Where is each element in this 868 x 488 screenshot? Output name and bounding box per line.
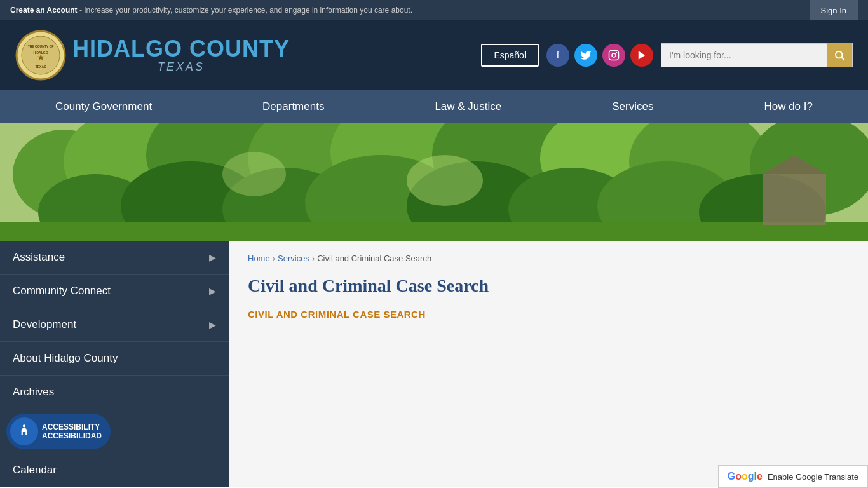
- sign-in-button[interactable]: Sign In: [810, 0, 858, 20]
- hero-image: [0, 123, 868, 241]
- svg-point-34: [222, 152, 286, 196]
- site-header: THE COUNTY OF HIDALGO TEXAS ★ HIDALGO CO…: [0, 20, 868, 90]
- logo-state-name: TEXAS: [72, 60, 290, 74]
- hero-banner: [0, 123, 868, 241]
- search-bar: [661, 43, 853, 67]
- google-g-icon: Google: [728, 471, 763, 482]
- sidebar-arrow-development: ▶: [209, 320, 216, 330]
- header-right: Español f: [481, 43, 853, 67]
- sidebar-item-archives[interactable]: Archives: [0, 376, 229, 409]
- content-area: Home › Services › Civil and Criminal Cas…: [229, 241, 868, 487]
- create-account-link[interactable]: Create an Account: [10, 6, 78, 15]
- breadcrumb-services[interactable]: Services: [278, 254, 309, 263]
- logo-text-area: HIDALGO COUNTY TEXAS: [72, 37, 290, 74]
- breadcrumb-sep-2: ›: [312, 254, 315, 263]
- breadcrumb-current: Civil and Criminal Case Search: [317, 254, 431, 263]
- accessibility-text: ACCESSIBILITY ACCESIBILIDAD: [42, 423, 102, 441]
- breadcrumb-sep-1: ›: [273, 254, 275, 263]
- case-search-link[interactable]: CIVIL AND CRIMINAL CASE SEARCH: [248, 309, 426, 320]
- sidebar-item-calendar[interactable]: Calendar: [0, 454, 229, 487]
- nav-law-justice[interactable]: Law & Justice: [422, 90, 514, 123]
- youtube-icon[interactable]: [630, 44, 653, 67]
- nav-county-government[interactable]: County Government: [43, 90, 165, 123]
- svg-rect-6: [609, 51, 619, 60]
- sidebar: Assistance ▶ Community Connect ▶ Develop…: [0, 241, 229, 487]
- search-button[interactable]: [827, 43, 852, 67]
- logo-county-name: HIDALGO COUNTY: [72, 37, 290, 60]
- google-translate-bar[interactable]: Google Enable Google Translate: [718, 465, 868, 488]
- sidebar-arrow-community-connect: ▶: [209, 286, 216, 296]
- svg-point-35: [23, 424, 25, 427]
- county-seal: THE COUNTY OF HIDALGO TEXAS ★: [15, 30, 66, 81]
- facebook-icon[interactable]: f: [546, 44, 569, 67]
- svg-text:★: ★: [37, 52, 45, 62]
- top-bar-message: Create an Account - Increase your produc…: [10, 6, 412, 15]
- svg-rect-31: [763, 174, 826, 225]
- svg-line-11: [841, 57, 844, 60]
- svg-marker-9: [639, 51, 646, 60]
- sidebar-arrow-assistance: ▶: [209, 252, 216, 262]
- svg-point-7: [612, 53, 616, 57]
- svg-point-33: [407, 155, 483, 206]
- page-title: Civil and Criminal Case Search: [248, 276, 849, 296]
- sidebar-item-about-hidalgo[interactable]: About Hidalgo County: [0, 342, 229, 376]
- sidebar-item-development[interactable]: Development ▶: [0, 308, 229, 342]
- espanol-button[interactable]: Español: [481, 44, 539, 67]
- main-layout: Assistance ▶ Community Connect ▶ Develop…: [0, 241, 868, 487]
- nav-how-do-i[interactable]: How do I?: [751, 90, 825, 123]
- nav-services[interactable]: Services: [599, 90, 666, 123]
- topbar-message-text: - Increase your productivity, customize …: [78, 6, 412, 15]
- nav-departments[interactable]: Departments: [250, 90, 337, 123]
- sidebar-item-assistance[interactable]: Assistance ▶: [0, 241, 229, 274]
- svg-point-10: [836, 51, 843, 58]
- instagram-icon[interactable]: [602, 44, 625, 67]
- site-logo[interactable]: THE COUNTY OF HIDALGO TEXAS ★ HIDALGO CO…: [15, 30, 290, 81]
- accessibility-badge[interactable]: ACCESSIBILITY ACCESIBILIDAD: [6, 414, 111, 449]
- google-translate-label: Enable Google Translate: [768, 472, 858, 482]
- breadcrumb-home[interactable]: Home: [248, 254, 270, 263]
- social-icons-group: f: [546, 44, 653, 67]
- svg-text:THE COUNTY OF: THE COUNTY OF: [28, 44, 54, 48]
- accessibility-icon: [10, 417, 38, 445]
- breadcrumb: Home › Services › Civil and Criminal Cas…: [248, 254, 849, 263]
- svg-rect-30: [0, 222, 868, 241]
- top-bar: Create an Account - Increase your produc…: [0, 0, 868, 20]
- svg-point-8: [616, 52, 617, 53]
- svg-text:TEXAS: TEXAS: [36, 65, 46, 69]
- sidebar-item-community-connect[interactable]: Community Connect ▶: [0, 274, 229, 308]
- search-input[interactable]: [661, 45, 827, 65]
- twitter-icon[interactable]: [574, 44, 597, 67]
- main-navigation: County Government Departments Law & Just…: [0, 90, 868, 123]
